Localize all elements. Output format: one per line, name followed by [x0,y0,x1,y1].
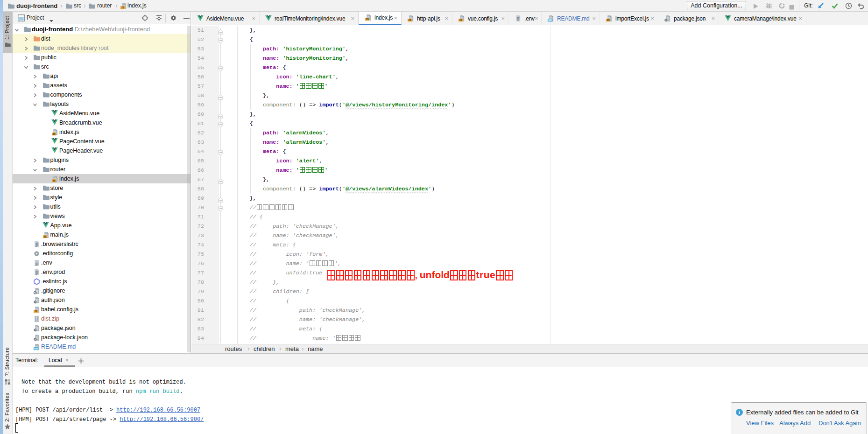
svg-text:JS: JS [121,6,124,9]
svg-text:MD: MD [548,19,552,21]
svg-text:JS: JS [459,19,462,21]
svg-text:MD: MD [34,347,38,350]
svg-text:JS: JS [52,133,56,135]
svg-text:JS: JS [408,19,411,21]
svg-text:JS: JS [366,18,369,21]
svg-text:JS: JS [34,310,37,313]
svg-text:JS: JS [43,235,47,238]
svg-text:i: i [739,410,740,415]
svg-text:JS: JS [607,19,610,21]
svg-text:JS: JS [52,179,56,182]
